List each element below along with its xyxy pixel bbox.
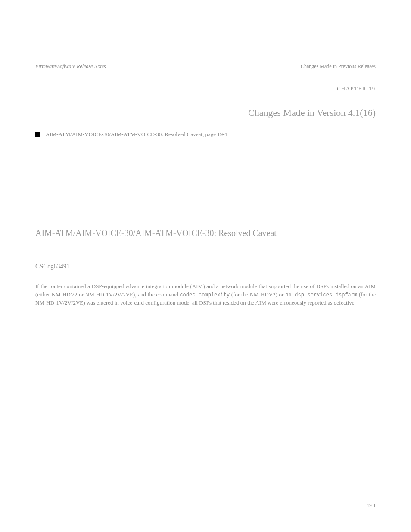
- body-paragraph: If the router contained a DSP-equipped a…: [35, 283, 376, 307]
- divider: [35, 240, 376, 240]
- subsection-heading: CSCeg63491: [35, 263, 376, 270]
- running-header-left: Firmware/Software Release Notes: [35, 63, 106, 70]
- command-text: codec complexity: [180, 292, 230, 298]
- toc-entry: AIM-ATM/AIM-VOICE-30/AIM-ATM-VOICE-30: R…: [35, 131, 376, 138]
- toc-text: AIM-ATM/AIM-VOICE-30/AIM-ATM-VOICE-30: R…: [46, 131, 227, 138]
- divider: [35, 272, 376, 272]
- chapter-label: CHAPTER 19: [337, 86, 376, 92]
- chapter-title: Changes Made in Version 4.1(16): [248, 107, 376, 118]
- section-heading: AIM-ATM/AIM-VOICE-30/AIM-ATM-VOICE-30: R…: [35, 228, 376, 238]
- bullet-icon: [35, 132, 40, 137]
- running-header-right: Changes Made in Previous Releases: [301, 63, 376, 70]
- page-number: 19-1: [367, 503, 376, 508]
- command-text: no dsp services dspfarm: [285, 292, 357, 298]
- para-text: (for the NM-HDV2) or: [231, 291, 285, 298]
